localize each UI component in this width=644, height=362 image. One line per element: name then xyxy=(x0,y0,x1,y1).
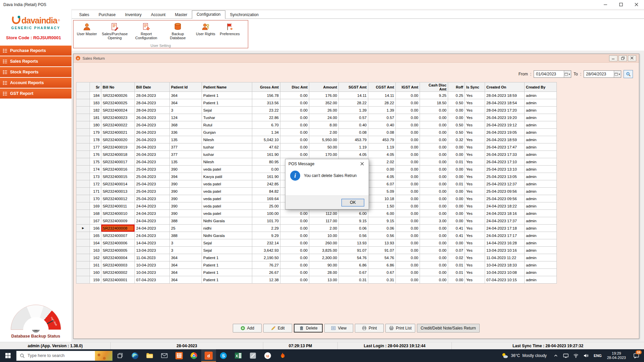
grid-cell[interactable]: 453.79 xyxy=(368,136,396,143)
column-header-created-by[interactable]: Created By xyxy=(525,82,557,92)
grid-cell[interactable]: 0.08 xyxy=(368,129,396,136)
grid-cell[interactable]: 0.00 xyxy=(448,151,465,158)
grid-cell[interactable]: 163 xyxy=(90,247,101,254)
grid-cell[interactable]: 0.02 xyxy=(448,254,465,261)
grid-cell[interactable]: 0.00 xyxy=(448,210,465,217)
grid-cell[interactable]: 124 xyxy=(170,114,202,121)
grid-cell[interactable]: 1.50 xyxy=(368,202,396,210)
grid-cell[interactable]: 0.00 xyxy=(448,188,465,195)
grid-cell[interactable]: Nilesh xyxy=(202,158,252,166)
grid-cell[interactable]: 0.00 xyxy=(396,143,420,151)
grid-cell[interactable]: Gunjan xyxy=(202,129,252,136)
column-header-amount[interactable]: Amount xyxy=(309,82,339,92)
grid-cell[interactable]: SR232400011 xyxy=(101,202,135,210)
grid-cell[interactable]: 364 xyxy=(170,261,202,269)
grid-cell[interactable]: 260.00 xyxy=(309,239,339,247)
grid-cell[interactable]: 0.56 xyxy=(368,232,396,239)
grid-cell[interactable]: admin xyxy=(525,129,557,136)
grid-cell[interactable]: 1.39 xyxy=(339,107,368,114)
grid-cell[interactable]: Yes xyxy=(465,114,485,121)
grid-cell[interactable]: Yes xyxy=(465,254,485,261)
grid-cell[interactable]: 13.93 xyxy=(368,239,396,247)
grid-cell[interactable]: SR232400012 xyxy=(101,195,135,202)
tab-master[interactable]: Master xyxy=(170,11,192,18)
grid-cell[interactable]: 28-04-2023 xyxy=(135,107,170,114)
grid-cell[interactable]: 453.79 xyxy=(339,136,368,143)
grid-cell[interactable]: 5,950.00 xyxy=(309,136,339,143)
grid-cell[interactable]: Patient 1 xyxy=(202,99,252,107)
grid-cell[interactable]: 0.00 xyxy=(448,173,465,180)
column-header-igst-amt[interactable]: IGST Amt xyxy=(396,82,420,92)
grid-cell[interactable]: SR232400024 xyxy=(101,107,135,114)
grid-cell[interactable]: 0.06 xyxy=(339,225,368,232)
grid-cell[interactable]: 242.85 xyxy=(252,180,280,188)
column-header-cash-disc-amt[interactable]: Cash Disc Amt xyxy=(420,82,448,92)
grid-cell[interactable]: 170.00 xyxy=(309,151,339,158)
row-header-cell[interactable] xyxy=(76,276,90,284)
grid-cell[interactable]: Sejal xyxy=(202,247,252,254)
grid-cell[interactable]: 9.25 xyxy=(420,92,448,99)
grid-cell[interactable]: 24-04-2023 17:18 xyxy=(485,225,525,232)
grid-cell[interactable]: 10-04-2023 xyxy=(135,269,170,276)
grid-cell[interactable]: 4.05 xyxy=(339,151,368,158)
grid-cell[interactable]: 0.00 xyxy=(280,254,309,261)
grid-cell[interactable]: 0.01 xyxy=(448,261,465,269)
grid-cell[interactable]: 14.11 xyxy=(368,92,396,99)
grid-cell[interactable]: 0.00 xyxy=(280,99,309,107)
grid-cell[interactable]: SR232400025 xyxy=(101,99,135,107)
grid-cell[interactable]: 25-04-2023 13:05 xyxy=(485,173,525,180)
grid-cell[interactable]: SR232400001 xyxy=(101,276,135,284)
grid-cell[interactable]: veda patel xyxy=(202,188,252,195)
edge-taskbar-button[interactable] xyxy=(127,349,142,362)
grid-cell[interactable]: 2,190.50 xyxy=(252,254,280,261)
grid-cell[interactable]: 0.00 xyxy=(420,225,448,232)
tab-configuration[interactable]: Configuration xyxy=(192,10,225,19)
row-header-cell[interactable] xyxy=(76,107,90,114)
grid-cell[interactable]: 0.00 xyxy=(280,232,309,239)
grid-cell[interactable]: 5,042.10 xyxy=(252,136,280,143)
grid-cell[interactable]: 25-04-2023 xyxy=(135,180,170,188)
grid-cell[interactable]: 0.01 xyxy=(448,158,465,166)
grid-cell[interactable]: 0.00 xyxy=(420,269,448,276)
grid-cell[interactable]: admin xyxy=(525,195,557,202)
grid-cell[interactable]: 1.19 xyxy=(368,143,396,151)
grid-cell[interactable]: SR232400013 xyxy=(101,188,135,195)
column-header-patient-name[interactable]: Patient Name xyxy=(202,82,252,92)
grid-cell[interactable]: 10-04-2023 18:33 xyxy=(485,261,525,269)
grid-cell[interactable]: 0.00 xyxy=(448,217,465,225)
row-header-cell[interactable] xyxy=(76,239,90,247)
taskbar-search-input[interactable]: Type here to search xyxy=(16,351,113,361)
grid-cell[interactable]: Yes xyxy=(465,202,485,210)
grid-cell[interactable]: 179 xyxy=(90,129,101,136)
grid-cell[interactable]: 0.00 xyxy=(448,166,465,173)
grid-cell[interactable]: 26-04-2023 17:33 xyxy=(485,151,525,158)
grid-cell[interactable]: 0.00 xyxy=(420,143,448,151)
row-header-cell[interactable] xyxy=(76,173,90,180)
column-header-patient-id[interactable]: Patient Id xyxy=(170,82,202,92)
grid-cell[interactable]: SR232400022 xyxy=(101,121,135,129)
column-header-roff[interactable]: Roff xyxy=(448,82,465,92)
grid-cell[interactable]: 13.93 xyxy=(339,239,368,247)
grid-cell[interactable]: 0.25 xyxy=(448,92,465,99)
grid-cell[interactable]: Yes xyxy=(465,158,485,166)
grid-cell[interactable]: 0.00 xyxy=(280,261,309,269)
column-header-is-sync[interactable]: Is Sync xyxy=(465,82,485,92)
grid-cell[interactable]: Yes xyxy=(465,269,485,276)
view-button[interactable]: View xyxy=(324,324,353,333)
grid-cell[interactable]: 3 xyxy=(170,239,202,247)
dialog-titlebar[interactable]: POS Message xyxy=(285,159,369,169)
row-header-cell[interactable] xyxy=(76,121,90,129)
grid-cell[interactable]: veda patel xyxy=(202,166,252,173)
grid-cell[interactable]: 14-04-2023 xyxy=(135,239,170,247)
monitor-tray-button[interactable] xyxy=(561,349,571,362)
grid-cell[interactable]: 0.00 xyxy=(420,239,448,247)
grid-cell[interactable]: veda patel xyxy=(202,195,252,202)
grid-cell[interactable]: 100.00 xyxy=(252,210,280,217)
grid-cell[interactable]: 24-04-2023 xyxy=(135,202,170,210)
row-header-cell[interactable] xyxy=(76,254,90,261)
grid-cell[interactable]: 3,825.00 xyxy=(309,247,339,254)
grid-cell[interactable]: 10.00 xyxy=(309,232,339,239)
grid-cell[interactable]: 0.00 xyxy=(420,158,448,166)
grid-cell[interactable]: 26-04-2023 19:20 xyxy=(485,114,525,121)
grid-cell[interactable]: 24-04-2023 17:17 xyxy=(485,232,525,239)
